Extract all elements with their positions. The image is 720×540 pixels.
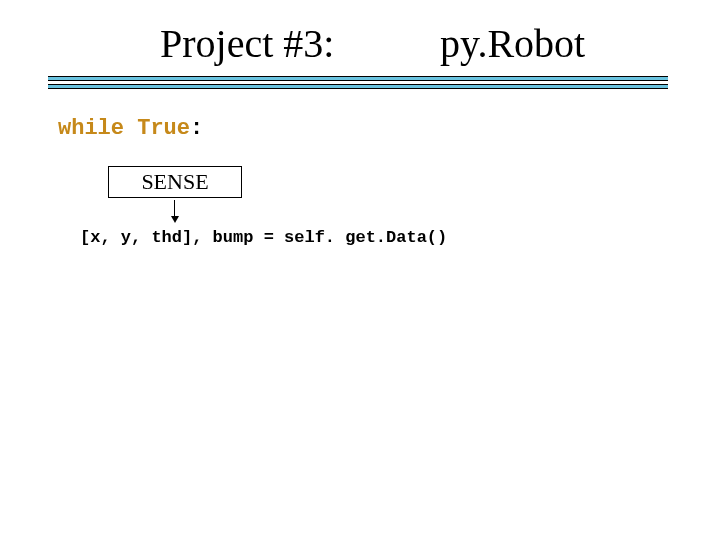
code-line: [x, y, thd], bump = self. get.Data() [80, 228, 447, 247]
arrow-down-icon [174, 200, 176, 222]
title-underline [48, 76, 668, 89]
true-keyword: True [137, 116, 190, 141]
colon: : [190, 116, 203, 141]
sense-box: SENSE [108, 166, 242, 198]
while-keyword: while [58, 116, 124, 141]
title-right: py.Robot [440, 20, 585, 67]
while-statement: while True: [58, 116, 203, 141]
sense-label: SENSE [141, 169, 208, 195]
title-left: Project #3: [160, 20, 334, 67]
